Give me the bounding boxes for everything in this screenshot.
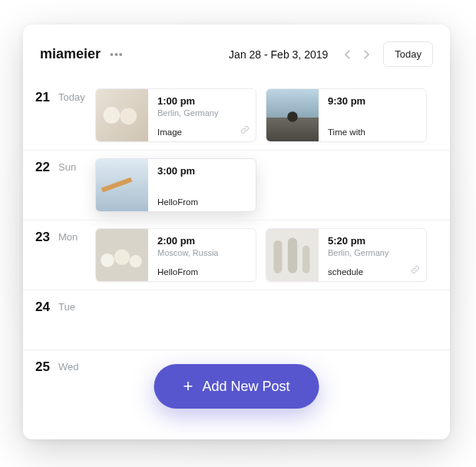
add-post-label: Add New Post [202,379,289,395]
link-icon [411,265,420,277]
day-row: 21 Today 1:00 pm Berlin, Germany Image [23,81,450,150]
post-card[interactable]: 1:00 pm Berlin, Germany Image [95,88,256,142]
link-icon [240,125,250,137]
post-card[interactable]: 5:20 pm Berlin, Germany schedule [266,228,427,282]
post-time: 5:20 pm [328,235,418,247]
post-card[interactable]: 9:30 pm Time with [266,88,427,142]
day-number: 24 [35,298,58,315]
day-number: 21 [35,88,58,105]
post-time: 2:00 pm [157,235,248,247]
post-location: Berlin, Germany [328,248,418,257]
post-thumbnail [266,229,319,281]
add-post-button[interactable]: + Add New Post [154,364,319,409]
post-title: HelloFrom [157,267,248,277]
header: miameier ••• Jan 28 - Feb 3, 2019 Today [23,25,450,81]
today-button[interactable]: Today [383,41,433,67]
day-row: 22 Sun 3:00 pm HelloFrom [23,150,450,220]
plus-icon: + [183,378,193,395]
svg-rect-14 [302,246,310,273]
post-title: Time with [328,128,418,137]
post-thumbnail [266,89,319,141]
post-time: 3:00 pm [157,165,248,177]
day-name: Today [58,88,95,103]
day-number: 25 [35,358,58,375]
post-thumbnail [96,159,148,211]
date-range: Jan 28 - Feb 3, 2019 [229,48,328,61]
svg-point-4 [287,111,298,122]
svg-point-10 [130,255,142,267]
calendar-card: miameier ••• Jan 28 - Feb 3, 2019 Today … [23,25,450,439]
day-row: 23 Mon 2:00 pm Moscow, Russia HelloFrom [23,220,450,290]
post-title: schedule [328,267,418,277]
day-row: 24 Tue [23,290,450,349]
post-card[interactable]: 2:00 pm Moscow, Russia HelloFrom [95,228,256,282]
more-icon[interactable]: ••• [110,48,124,61]
svg-point-9 [114,250,130,265]
day-number: 22 [35,158,58,175]
account-name[interactable]: miameier [40,46,101,62]
day-name: Mon [58,228,95,243]
post-thumbnail [96,229,148,281]
day-list: 21 Today 1:00 pm Berlin, Germany Image [23,81,450,409]
prev-week-button[interactable] [339,45,357,64]
post-title: Image [157,128,248,137]
svg-point-2 [120,108,137,124]
svg-point-1 [104,107,121,124]
post-time: 1:00 pm [157,95,248,107]
svg-rect-13 [288,238,297,273]
post-location: Moscow, Russia [157,248,248,257]
post-card[interactable]: 3:00 pm HelloFrom [95,158,256,212]
next-week-button[interactable] [357,45,375,64]
post-title: HelloFrom [157,197,248,207]
svg-rect-12 [274,240,283,273]
post-thumbnail [96,89,148,141]
post-location: Berlin, Germany [157,108,248,118]
post-time: 9:30 pm [328,95,418,107]
svg-point-8 [101,253,114,267]
day-name: Tue [58,298,95,313]
day-number: 23 [35,228,58,245]
day-name: Sun [58,158,95,173]
day-name: Wed [58,358,95,373]
